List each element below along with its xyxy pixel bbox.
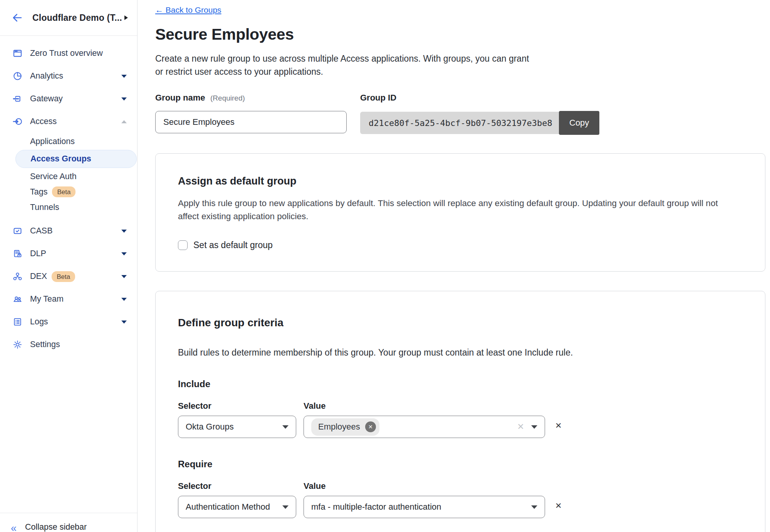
app-window: Cloudflare Demo (T... Zero Trust overvie…: [0, 0, 770, 532]
copy-button[interactable]: Copy: [559, 111, 599, 135]
document-lock-icon: [12, 248, 23, 259]
sidebar-item-gateway[interactable]: Gateway: [0, 87, 137, 110]
sidebar-item-label: Applications: [30, 137, 75, 146]
gateway-icon: [12, 94, 23, 104]
sidebar-item-dex[interactable]: DEX Beta: [0, 265, 137, 288]
sidebar-item-my-team[interactable]: My Team: [0, 288, 137, 310]
require-heading: Require: [178, 459, 743, 470]
include-value-multiselect[interactable]: Employees ✕ ✕: [304, 416, 545, 438]
casb-icon: [12, 226, 23, 237]
criteria-card-title: Define group criteria: [178, 317, 743, 329]
require-selector-label: Selector: [178, 481, 304, 491]
sidebar: Cloudflare Demo (T... Zero Trust overvie…: [0, 0, 138, 532]
gear-icon: [12, 339, 23, 350]
group-identity-row: Group name (Required) Group ID d21ce80f-…: [155, 93, 770, 135]
set-default-checkbox-label: Set as default group: [193, 240, 273, 250]
group-name-label: Group name: [155, 93, 205, 102]
include-rule-row: Okta Groups Employees ✕ ✕ ✕: [178, 416, 743, 438]
sidebar-item-label: Logs: [30, 317, 48, 327]
criteria-card: Define group criteria Build rules to det…: [155, 291, 765, 532]
chevron-up-icon[interactable]: [121, 120, 127, 123]
network-nodes-icon: [12, 271, 23, 282]
access-icon: [12, 116, 23, 127]
sidebar-item-casb[interactable]: CASB: [0, 220, 137, 242]
chevron-down-icon: [282, 425, 289, 429]
require-selector-dropdown[interactable]: Authentication Method: [178, 496, 296, 518]
access-subnav: Applications Access Groups Service Auth …: [0, 133, 137, 220]
sidebar-nav: Zero Trust overview Analytics Gateway: [0, 36, 137, 356]
criteria-card-description: Build rules to determine membership of t…: [178, 347, 743, 358]
overview-window-icon: [12, 48, 23, 59]
collapse-sidebar-icon: «: [11, 524, 17, 532]
sidebar-item-access[interactable]: Access: [0, 110, 137, 133]
remove-require-rule-icon[interactable]: ✕: [555, 502, 562, 510]
page-description: Create a new rule group to use across mu…: [155, 52, 537, 78]
beta-badge: Beta: [52, 271, 75, 282]
beta-badge: Beta: [52, 186, 75, 197]
collapse-sidebar[interactable]: « Collapse sidebar: [0, 513, 137, 532]
sidebar-item-label: Zero Trust overview: [30, 49, 103, 58]
remove-include-rule-icon[interactable]: ✕: [555, 421, 562, 430]
default-group-card: Assign as default group Apply this rule …: [155, 153, 765, 272]
sidebar-item-analytics[interactable]: Analytics: [0, 65, 137, 87]
chevron-down-icon[interactable]: [121, 321, 127, 324]
chevron-down-icon[interactable]: [121, 230, 127, 233]
sidebar-item-label: Analytics: [30, 71, 63, 81]
page-title: Secure Employees: [155, 25, 770, 44]
collapse-sidebar-label: Collapse sidebar: [25, 522, 87, 532]
default-group-card-description: Apply this rule group to new application…: [178, 197, 727, 223]
require-value-label: Value: [304, 481, 325, 491]
required-hint: (Required): [210, 94, 245, 102]
sidebar-item-dlp[interactable]: DLP: [0, 242, 137, 265]
chevron-down-icon: [282, 505, 289, 509]
include-selector-value: Okta Groups: [186, 422, 234, 432]
set-default-checkbox[interactable]: [178, 240, 188, 250]
sidebar-item-label: Access Groups: [30, 154, 91, 164]
sidebar-item-label: CASB: [30, 226, 53, 236]
group-id-value: d21ce80f-5a25-4bcf-9b07-5032197e3be8: [360, 112, 559, 134]
back-to-groups-link[interactable]: ← Back to Groups: [155, 5, 221, 15]
sidebar-item-zero-trust-overview[interactable]: Zero Trust overview: [0, 42, 137, 65]
value-chip-label: Employees: [318, 422, 360, 432]
chevron-down-icon[interactable]: [121, 252, 127, 255]
chevron-down-icon: [531, 505, 537, 509]
sidebar-item-label: Service Auth: [30, 172, 77, 181]
require-value-text: mfa - multiple-factor authentication: [311, 502, 441, 512]
chip-remove-icon[interactable]: ✕: [365, 421, 376, 432]
group-id-field: Group ID d21ce80f-5a25-4bcf-9b07-5032197…: [360, 93, 599, 135]
sidebar-item-settings[interactable]: Settings: [0, 333, 137, 356]
back-arrow-icon[interactable]: [12, 12, 25, 23]
chevron-down-icon[interactable]: [121, 97, 127, 101]
default-group-card-title: Assign as default group: [178, 175, 743, 187]
sidebar-item-label: Settings: [30, 340, 60, 349]
sidebar-item-access-groups[interactable]: Access Groups: [15, 150, 137, 168]
sidebar-item-tunnels[interactable]: Tunnels: [0, 200, 137, 215]
main-content: ← Back to Groups Secure Employees Create…: [138, 0, 770, 532]
people-icon: [12, 294, 23, 305]
group-name-input[interactable]: [155, 111, 347, 133]
sidebar-item-label: DLP: [30, 249, 46, 258]
group-name-field: Group name (Required): [155, 93, 347, 135]
sidebar-item-label: Tunnels: [30, 203, 59, 212]
include-value-label: Value: [304, 401, 325, 411]
chevron-right-icon[interactable]: [124, 15, 128, 20]
include-heading: Include: [178, 379, 743, 389]
chevron-down-icon: [531, 425, 537, 429]
require-rule-row: Authentication Method mfa - multiple-fac…: [178, 496, 743, 518]
chevron-down-icon[interactable]: [121, 298, 127, 301]
sidebar-item-service-auth[interactable]: Service Auth: [0, 169, 137, 184]
group-id-label: Group ID: [360, 93, 599, 103]
include-selector-label: Selector: [178, 401, 304, 411]
chevron-down-icon[interactable]: [121, 75, 127, 78]
sidebar-item-label: My Team: [30, 294, 64, 304]
account-name: Cloudflare Demo (T...: [32, 13, 122, 23]
require-selector-value: Authentication Method: [186, 502, 270, 512]
require-value-dropdown[interactable]: mfa - multiple-factor authentication: [304, 496, 545, 518]
include-selector-dropdown[interactable]: Okta Groups: [178, 416, 296, 438]
chevron-down-icon[interactable]: [121, 275, 127, 278]
sidebar-item-tags[interactable]: Tags Beta: [0, 184, 137, 200]
clear-value-icon[interactable]: ✕: [517, 423, 524, 431]
sidebar-item-logs[interactable]: Logs: [0, 310, 137, 333]
sidebar-item-applications[interactable]: Applications: [0, 134, 137, 149]
sidebar-item-label: DEX: [30, 272, 47, 281]
